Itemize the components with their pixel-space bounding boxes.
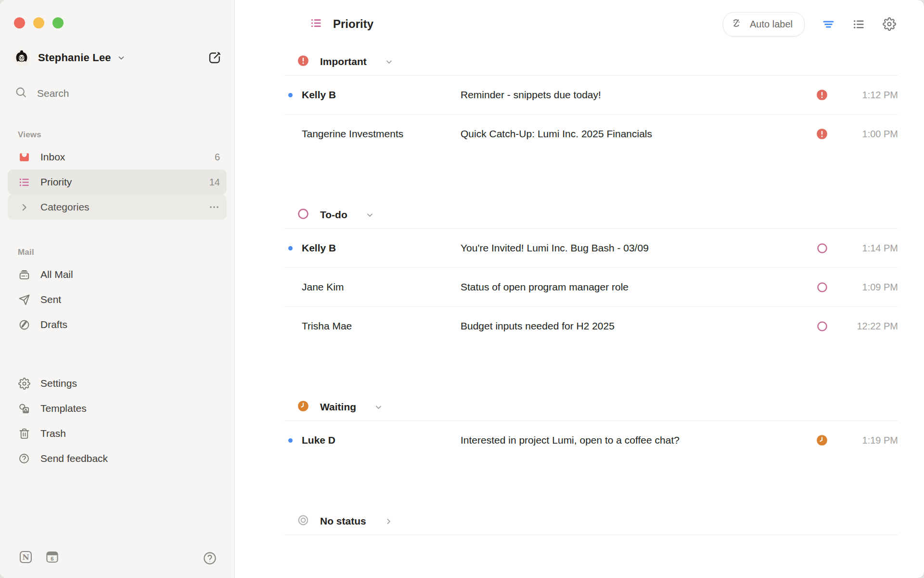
view-settings-gear-icon[interactable] <box>883 17 896 31</box>
group-label: No status <box>320 515 366 527</box>
chevron-down-icon <box>366 211 374 219</box>
email-row[interactable]: Trisha Mae Budget inputs needed for H2 2… <box>284 307 898 345</box>
sidebar-item-label: Templates <box>40 403 87 414</box>
search-input[interactable]: Search <box>15 86 234 100</box>
page-title: Priority <box>333 17 373 31</box>
group-label: To-do <box>320 209 347 221</box>
sidebar-item-label: Sent <box>40 294 61 305</box>
sidebar-item-inbox[interactable]: Inbox 6 <box>8 144 227 170</box>
sidebar-item-templates[interactable]: Templates <box>8 396 227 421</box>
more-options-icon[interactable] <box>208 201 220 213</box>
sidebar-item-label: Drafts <box>40 319 67 330</box>
group-label: Waiting <box>320 401 356 413</box>
email-time: 1:09 PM <box>835 282 898 293</box>
priority-count: 14 <box>209 177 220 188</box>
notion-mail-window: Stephanie Lee Search Views <box>0 0 924 578</box>
list-view-icon[interactable] <box>852 18 865 31</box>
email-subject: Interested in project Lumi, open to a co… <box>461 434 808 446</box>
email-subject: Budget inputs needed for H2 2025 <box>461 320 808 332</box>
sidebar-item-label: Trash <box>40 428 66 439</box>
email-time: 1:00 PM <box>835 129 898 140</box>
waiting-clock-icon <box>297 400 309 414</box>
auto-label-button[interactable]: Auto label <box>723 12 805 37</box>
compose-button[interactable] <box>207 51 222 65</box>
email-time: 1:14 PM <box>835 243 898 254</box>
important-badge-icon[interactable] <box>808 89 835 101</box>
waiting-clock-icon[interactable] <box>808 434 835 447</box>
window-controls <box>0 0 234 28</box>
sidebar-item-sent[interactable]: Sent <box>8 287 227 312</box>
sidebar-item-priority[interactable]: Priority 14 <box>8 170 227 195</box>
svg-text:6: 6 <box>51 556 53 562</box>
notion-logo-icon[interactable]: N <box>19 551 32 565</box>
sidebar-item-all-mail[interactable]: All Mail <box>8 262 227 287</box>
email-sender: Tangerine Investments <box>302 128 461 140</box>
email-row[interactable]: Jane Kim Status of open program manager … <box>284 268 898 307</box>
group-header-todo[interactable]: To-do <box>284 201 898 229</box>
sidebar-item-label: Inbox <box>40 151 65 163</box>
trash-icon <box>18 427 30 440</box>
sidebar-item-label: Priority <box>40 176 72 188</box>
important-badge-icon <box>297 54 309 69</box>
main-header: Priority Auto label <box>235 0 924 48</box>
todo-circle-icon[interactable] <box>808 320 835 332</box>
email-sender: Kelly B <box>302 242 461 254</box>
settings-nav: Settings Templates <box>0 371 234 471</box>
group-header-important[interactable]: Important <box>284 48 898 76</box>
chevron-down-icon <box>374 403 383 411</box>
filter-icon[interactable] <box>822 18 835 31</box>
svg-text:N: N <box>22 552 29 562</box>
minimize-window-button[interactable] <box>33 17 44 28</box>
close-window-button[interactable] <box>14 17 25 28</box>
group-waiting: Waiting Luke D Interested in project Lum… <box>284 394 898 460</box>
email-row[interactable]: Luke D Interested in project Lumi, open … <box>284 421 898 460</box>
unread-dot <box>288 93 293 97</box>
todo-circle-icon[interactable] <box>808 242 835 254</box>
sidebar-item-send-feedback[interactable]: Send feedback <box>8 446 227 471</box>
no-status-icon <box>297 514 309 528</box>
important-badge-icon[interactable] <box>808 128 835 140</box>
chevron-down-icon <box>385 58 393 66</box>
search-label: Search <box>37 88 69 99</box>
avatar <box>13 50 30 66</box>
email-row[interactable]: Kelly B Reminder - snippets due today! 1… <box>284 76 898 115</box>
email-subject: Quick Catch-Up: Lumi Inc. 2025 Financial… <box>461 128 808 140</box>
auto-label-text: Auto label <box>750 19 793 30</box>
email-row[interactable]: Tangerine Investments Quick Catch-Up: Lu… <box>284 115 898 153</box>
email-time: 12:22 PM <box>835 321 898 332</box>
sidebar-item-trash[interactable]: Trash <box>8 421 227 446</box>
help-button[interactable] <box>203 551 217 565</box>
priority-list-icon <box>18 176 30 188</box>
views-nav: Inbox 6 Priority 14 Categories <box>0 144 234 220</box>
all-mail-icon <box>18 268 30 281</box>
main-panel: Priority Auto label <box>235 0 924 578</box>
sidebar: Stephanie Lee Search Views <box>0 0 235 578</box>
sidebar-item-categories[interactable]: Categories <box>8 195 227 220</box>
email-sender: Kelly B <box>302 89 461 101</box>
account-name: Stephanie Lee <box>38 52 111 64</box>
chevron-right-icon[interactable] <box>18 201 30 213</box>
email-subject: Status of open program manager role <box>461 281 808 293</box>
group-header-waiting[interactable]: Waiting <box>284 394 898 421</box>
templates-shapes-icon <box>18 402 30 415</box>
group-header-no-status[interactable]: No status <box>284 508 898 535</box>
email-subject: You're Invited! Lumi Inc. Bug Bash - 03/… <box>461 242 808 254</box>
sidebar-item-label: All Mail <box>40 269 73 280</box>
drafts-icon <box>18 318 30 331</box>
calendar-icon[interactable]: 6 <box>46 551 59 565</box>
mail-nav: All Mail Sent Drafts <box>0 262 234 337</box>
zoom-window-button[interactable] <box>52 17 64 28</box>
sidebar-item-settings[interactable]: Settings <box>8 371 227 396</box>
sidebar-item-label: Send feedback <box>40 453 108 464</box>
email-row[interactable]: Kelly B You're Invited! Lumi Inc. Bug Ba… <box>284 229 898 268</box>
sidebar-item-drafts[interactable]: Drafts <box>8 312 227 337</box>
account-switcher[interactable]: Stephanie Lee <box>13 50 222 66</box>
sidebar-item-label: Settings <box>40 378 77 389</box>
priority-list-icon <box>310 17 322 31</box>
mail-section-label: Mail <box>18 248 234 257</box>
todo-circle-icon[interactable] <box>808 281 835 293</box>
inbox-count: 6 <box>215 152 220 163</box>
group-todo: To-do Kelly B You're Invited! Lumi Inc. … <box>284 201 898 345</box>
unread-dot <box>288 438 293 443</box>
chevron-right-icon <box>385 517 393 525</box>
